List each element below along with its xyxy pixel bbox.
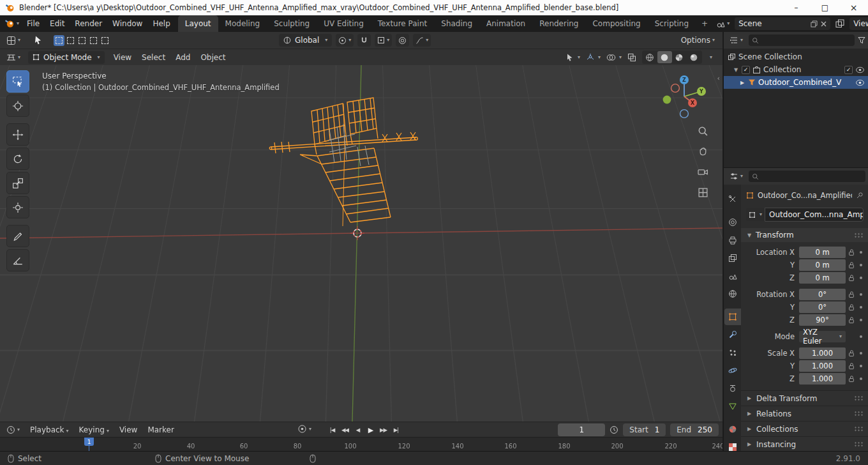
- antenna-object[interactable]: [269, 98, 417, 226]
- animate-dot[interactable]: [857, 293, 865, 296]
- start-frame-field[interactable]: Start 1: [623, 423, 666, 436]
- menu-object[interactable]: Object: [195, 49, 230, 66]
- play-reverse-button[interactable]: ◀: [352, 424, 363, 436]
- minimize-button[interactable]: –: [782, 0, 811, 15]
- cursor-tool[interactable]: [6, 95, 29, 117]
- transform-tool[interactable]: [6, 196, 29, 218]
- new-scene-icon[interactable]: [811, 20, 818, 27]
- editor-type-button[interactable]: ▾: [4, 51, 23, 64]
- pin-icon[interactable]: [856, 192, 864, 199]
- lock-icon[interactable]: [846, 274, 857, 282]
- exclude-checkbox[interactable]: ✓: [844, 66, 853, 74]
- workspace-tab-texture-paint[interactable]: Texture Paint: [371, 15, 434, 32]
- panel-collections[interactable]: ▶ Collections: [741, 422, 868, 437]
- eye-icon[interactable]: [855, 66, 865, 73]
- maximize-button[interactable]: □: [811, 0, 839, 15]
- object-id-button[interactable]: ▾: [746, 208, 765, 221]
- next-keyframe-button[interactable]: ▶▶: [378, 424, 389, 436]
- outliner-row-object-selected[interactable]: ▶ Outdoor_Combined_V: [724, 76, 868, 89]
- tab-view-layer[interactable]: [724, 250, 741, 266]
- workspace-tab-shading[interactable]: Shading: [434, 15, 479, 32]
- rotation-y-field[interactable]: 0°: [799, 301, 846, 313]
- menu-playback[interactable]: Playback▾: [25, 422, 74, 438]
- workspace-tab-compositing[interactable]: Compositing: [585, 15, 647, 32]
- drag-grip-icon[interactable]: [854, 395, 864, 401]
- workspace-tab-rendering[interactable]: Rendering: [532, 15, 585, 32]
- tab-object[interactable]: [724, 309, 741, 325]
- view-layer-field[interactable]: View Layer: [849, 17, 868, 30]
- menu-window[interactable]: Window: [107, 15, 147, 32]
- end-frame-field[interactable]: End 250: [670, 423, 719, 436]
- select-mode-subtract-button[interactable]: [77, 35, 87, 46]
- app-menu-button[interactable]: ▾: [0, 19, 22, 29]
- workspace-tab-uv-editing[interactable]: UV Editing: [317, 15, 371, 32]
- lock-icon[interactable]: [846, 375, 857, 383]
- rotation-z-field[interactable]: 90°: [799, 314, 846, 326]
- tab-output[interactable]: [724, 232, 741, 248]
- snap-target-dropdown[interactable]: ▾: [375, 34, 392, 47]
- tab-modifiers[interactable]: [724, 326, 741, 343]
- active-tool-icon[interactable]: [33, 35, 43, 45]
- gizmos-toggle-dropdown[interactable]: ▾: [586, 53, 601, 62]
- tab-world[interactable]: [724, 286, 741, 302]
- play-button[interactable]: ▶: [365, 424, 376, 436]
- playhead[interactable]: 1: [84, 438, 94, 446]
- scale-x-field[interactable]: 1.000: [799, 347, 846, 359]
- panel-relations[interactable]: ▶ Relations: [741, 406, 868, 422]
- tab-physics[interactable]: [724, 362, 741, 379]
- jump-to-end-button[interactable]: ▶|: [391, 424, 401, 436]
- gizmo-x-negative[interactable]: [671, 84, 680, 93]
- auto-keying-toggle[interactable]: ▾: [297, 424, 311, 434]
- orthographic-toggle-icon[interactable]: [696, 185, 710, 199]
- select-mode-invert-button[interactable]: [88, 35, 99, 46]
- scale-tool[interactable]: [6, 172, 29, 194]
- animate-dot[interactable]: [857, 264, 865, 266]
- location-z-field[interactable]: 0 m: [799, 272, 846, 284]
- menu-view[interactable]: View: [108, 49, 137, 66]
- animate-dot[interactable]: [857, 377, 865, 380]
- previous-keyframe-button[interactable]: ◀◀: [340, 424, 350, 436]
- menu-help[interactable]: Help: [147, 15, 175, 32]
- animate-dot[interactable]: [857, 335, 865, 338]
- viewport-canvas[interactable]: User Perspective (1) Collection | Outdoo…: [0, 65, 722, 422]
- panel-delta-transform[interactable]: ▶ Delta Transform: [741, 391, 868, 406]
- workspace-tab-layout[interactable]: Layout: [178, 15, 218, 32]
- shading-solid-button[interactable]: [657, 51, 672, 63]
- timeline-editor-type-button[interactable]: ▾: [4, 423, 22, 436]
- drag-grip-icon[interactable]: [854, 411, 864, 416]
- timeline-ruler[interactable]: 20 40 60 80 100 120 140 160 180 200 220 …: [0, 437, 722, 452]
- options-dropdown[interactable]: Options ▾: [681, 32, 715, 49]
- camera-view-icon[interactable]: [696, 165, 710, 179]
- filter-icon[interactable]: [858, 36, 865, 44]
- tab-tool[interactable]: [724, 191, 741, 208]
- move-tool[interactable]: [6, 123, 29, 146]
- lock-icon[interactable]: [846, 248, 857, 256]
- menu-add[interactable]: Add: [170, 49, 195, 66]
- rotation-x-field[interactable]: 0°: [799, 289, 846, 300]
- rotation-mode-dropdown[interactable]: XYZ Euler ▾: [799, 331, 846, 342]
- jump-to-start-button[interactable]: |◀: [327, 424, 338, 436]
- navigation-gizmo[interactable]: Z Y X: [662, 74, 707, 119]
- animate-dot[interactable]: [857, 251, 865, 254]
- pivot-point-dropdown[interactable]: ▾: [336, 34, 354, 47]
- tab-particles[interactable]: [724, 344, 741, 361]
- current-frame-field[interactable]: 1: [558, 423, 605, 436]
- menu-marker[interactable]: Marker: [142, 422, 179, 438]
- gizmo-z-negative[interactable]: [680, 110, 689, 118]
- outliner-search-input[interactable]: [749, 34, 855, 46]
- expand-triangle-icon[interactable]: ▶: [739, 80, 745, 86]
- shading-material-button[interactable]: [672, 51, 687, 63]
- lock-icon[interactable]: [846, 349, 857, 357]
- menu-keying[interactable]: Keying▾: [74, 422, 114, 438]
- proportional-edit-toggle[interactable]: [396, 34, 409, 47]
- menu-edit[interactable]: Edit: [45, 15, 70, 32]
- select-mode-extend-button[interactable]: [65, 35, 76, 46]
- object-visibility-dropdown[interactable]: ▾: [565, 53, 580, 62]
- close-button[interactable]: ×: [839, 0, 868, 15]
- view-layer-icon-button[interactable]: [833, 17, 847, 30]
- scale-y-field[interactable]: 1.000: [799, 360, 846, 372]
- workspace-tab-scripting[interactable]: Scripting: [648, 15, 696, 32]
- select-mode-new-button[interactable]: [54, 35, 64, 46]
- workspace-tab-sculpting[interactable]: Sculpting: [267, 15, 317, 32]
- tab-scene[interactable]: [724, 268, 741, 284]
